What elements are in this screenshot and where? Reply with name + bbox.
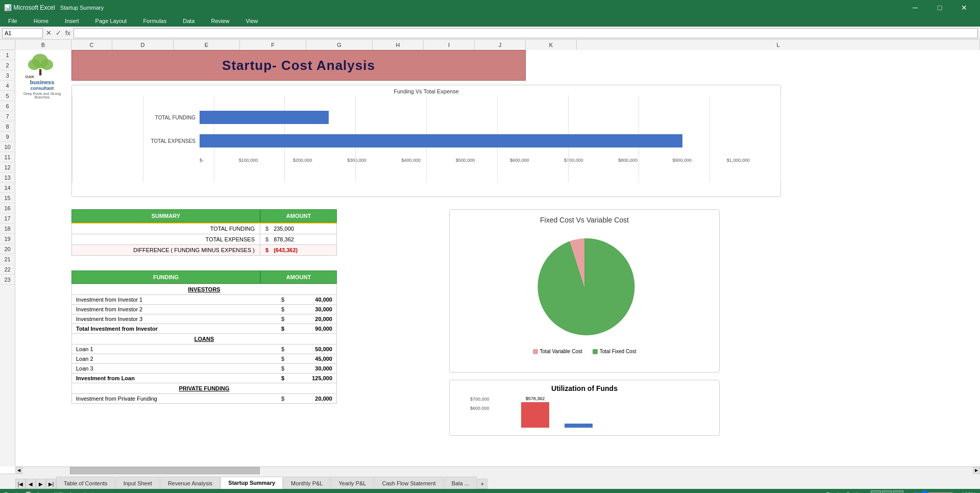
investor-total-value: 90,000	[290, 324, 336, 333]
row-num-22: 22	[0, 264, 15, 275]
tab-nav-first[interactable]: |◀	[15, 479, 26, 489]
loan-total-currency: $	[275, 374, 290, 383]
investor-total-label: Total Investment from Investor	[72, 324, 275, 333]
investor-total-currency: $	[275, 324, 290, 333]
loan-row-0: Loan 1 $ 50,000	[71, 344, 337, 354]
funding-header-col2: AMOUNT	[260, 270, 337, 284]
tab-monthly-pl[interactable]: Monthly P&L	[283, 477, 330, 489]
loan-0-value: 50,000	[290, 344, 336, 354]
tab-revenue-analysis[interactable]: Revenue Analysis	[160, 477, 220, 489]
col-header-f[interactable]: F	[240, 40, 306, 50]
investor-row-1: Investment from Investor 2 $ 30,000	[71, 305, 337, 314]
scroll-left-btn[interactable]: ◀	[15, 467, 22, 474]
ribbon-page-layout[interactable]: Page Layout	[91, 17, 131, 25]
scroll-track[interactable]	[22, 467, 973, 474]
status-bar: Ready 📋 Accessibility: Investigate Displ…	[0, 489, 980, 493]
tab-nav-next[interactable]: ▶	[36, 479, 46, 489]
ribbon-data[interactable]: Data	[179, 17, 199, 25]
ribbon-view[interactable]: View	[242, 17, 262, 25]
ribbon-formulas[interactable]: Formulas	[139, 17, 170, 25]
summary-row-1: TOTAL EXPENSES $878,362	[71, 234, 337, 245]
close-button[interactable]: ✕	[952, 0, 976, 15]
tab-cash-flow[interactable]: Cash Flow Statement	[374, 477, 443, 489]
window-controls: ─ □ ✕	[903, 0, 976, 15]
bar-row-funding: TOTAL FUNDING	[133, 111, 750, 124]
ribbon-review[interactable]: Review	[207, 17, 233, 25]
col-header-d[interactable]: D	[112, 40, 174, 50]
tab-nav-last[interactable]: ▶|	[46, 479, 56, 489]
row-numbers: 1 2 3 4 5 6 7 8 9 10 11 12 13 14 15 16 1…	[0, 50, 15, 466]
summary-table: SUMMARY AMOUNT TOTAL FUNDING $235,000 TO…	[71, 209, 337, 256]
row-num-16: 16	[0, 203, 15, 213]
pie-chart-container: Fixed Cost Vs Variable Cost Total Variab…	[449, 209, 720, 373]
tab-yearly-pl[interactable]: Yearly P&L	[331, 477, 374, 489]
loan-1-label: Loan 2	[72, 354, 275, 363]
tab-balance[interactable]: Bala ...	[444, 477, 477, 489]
summary-row-0: TOTAL FUNDING $235,000	[71, 224, 337, 234]
name-box[interactable]: A1	[2, 28, 43, 38]
tab-table-of-contents[interactable]: Table of Contents	[56, 477, 115, 489]
maximize-button[interactable]: □	[928, 0, 951, 15]
summary-row-1-value: $878,362	[260, 234, 337, 244]
bar-row-expenses: TOTAL EXPENSES	[133, 134, 750, 147]
legend-variable-dot	[533, 349, 538, 354]
formula-input[interactable]	[74, 28, 978, 38]
col-header-e[interactable]: E	[174, 40, 240, 50]
investor-2-value: 20,000	[290, 314, 336, 324]
sheet-content[interactable]: OAK business consultant Deep Roots and S…	[15, 50, 980, 466]
col-header-h[interactable]: H	[373, 40, 424, 50]
status-sheet-icon[interactable]: 📋	[24, 491, 32, 493]
util-bar-2-rect	[565, 424, 593, 428]
legend-fixed-dot	[593, 349, 598, 354]
ribbon-home[interactable]: Home	[30, 17, 53, 25]
pie-chart-svg	[533, 236, 635, 338]
ribbon-insert[interactable]: Insert	[61, 17, 83, 25]
summary-row-2-label: DIFFERENCE ( FUNDING MINUS EXPENSES )	[71, 245, 260, 255]
tab-startup-summary[interactable]: Startup Summary	[220, 477, 283, 489]
investor-1-value: 30,000	[290, 305, 336, 314]
view-buttons: ≡ ⊞ ⊟	[871, 490, 903, 493]
tab-input-sheet[interactable]: Input Sheet	[116, 477, 160, 489]
h-scrollbar[interactable]: ◀ ▶	[15, 466, 980, 474]
row-num-7: 7	[0, 111, 15, 121]
funding-header: FUNDING AMOUNT	[71, 270, 337, 284]
col-header-l[interactable]: L	[577, 40, 980, 50]
util-chart-title: Utilization of Funds	[450, 380, 719, 395]
corner-cell	[0, 40, 15, 50]
row-num-1: 1	[0, 50, 15, 60]
loan-2-label: Loan 3	[72, 364, 275, 373]
legend-fixed-label: Total Fixed Cost	[600, 349, 636, 354]
insert-function-btn[interactable]: fx	[64, 29, 71, 37]
investor-total-row: Total Investment from Investor $ 90,000	[71, 324, 337, 334]
normal-view-btn[interactable]: ≡	[871, 490, 881, 493]
col-header-b[interactable]: B	[15, 40, 71, 50]
private-section-header: PRIVATE FUNDING	[71, 383, 337, 394]
investor-row-2: Investment from Investor 3 $ 20,000	[71, 314, 337, 324]
confirm-formula-btn[interactable]: ✓	[55, 29, 62, 37]
col-header-j[interactable]: J	[475, 40, 526, 50]
loan-1-value: 45,000	[290, 354, 336, 363]
svg-text:OAK: OAK	[25, 75, 34, 79]
private-0-label: Investment from Private Funding	[72, 394, 275, 403]
row-num-6: 6	[0, 101, 15, 111]
minimize-button[interactable]: ─	[903, 0, 927, 15]
ribbon-file[interactable]: File	[4, 17, 21, 25]
scroll-right-btn[interactable]: ▶	[973, 467, 980, 474]
legend-variable: Total Variable Cost	[533, 349, 582, 354]
legend-variable-label: Total Variable Cost	[540, 349, 582, 354]
bar-track-expenses	[200, 134, 750, 147]
col-header-k[interactable]: K	[526, 40, 577, 50]
page-layout-view-btn[interactable]: ⊞	[882, 490, 892, 493]
col-header-g[interactable]: G	[306, 40, 373, 50]
tab-nav-prev[interactable]: ◀	[26, 479, 36, 489]
summary-header-col2: AMOUNT	[260, 209, 337, 223]
loan-2-value: 30,000	[290, 364, 336, 373]
col-header-i[interactable]: I	[424, 40, 475, 50]
zoom-slider[interactable]	[913, 490, 954, 493]
row-num-11: 11	[0, 152, 15, 162]
add-sheet-btn[interactable]: +	[477, 479, 487, 489]
col-header-c[interactable]: C	[71, 40, 112, 50]
page-break-view-btn[interactable]: ⊟	[893, 490, 903, 493]
cancel-formula-btn[interactable]: ✕	[45, 29, 53, 37]
scroll-thumb[interactable]	[70, 467, 260, 474]
